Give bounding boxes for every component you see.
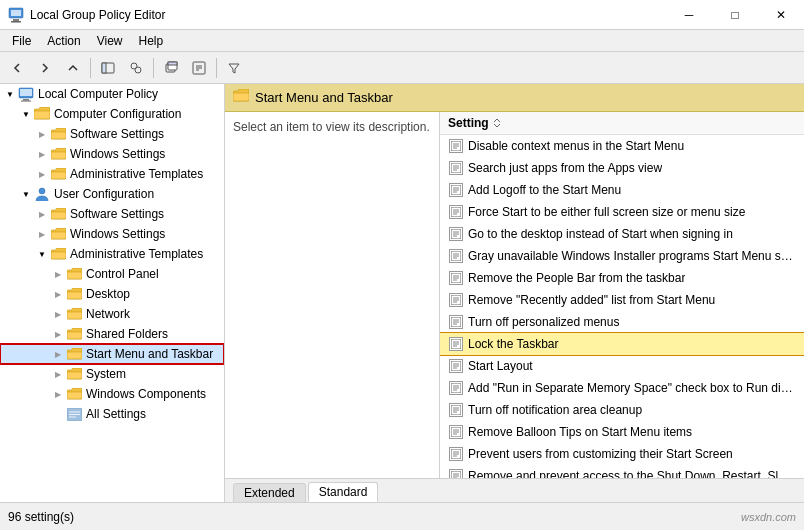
tree-user-configuration[interactable]: ▼ User Configuration [0, 184, 224, 204]
setting-icon [448, 424, 464, 440]
svg-rect-17 [23, 99, 29, 101]
title-bar-controls: ─ □ ✕ [666, 0, 804, 30]
expand-network[interactable]: ▶ [50, 306, 66, 322]
setting-row[interactable]: Lock the Taskbar [440, 333, 804, 355]
tree-windows-components[interactable]: ▶ Windows Components [0, 384, 224, 404]
tree-computer-configuration[interactable]: ▼ Computer Configuration [0, 104, 224, 124]
setting-row[interactable]: Remove the People Bar from the taskbar [440, 267, 804, 289]
tree-software-settings-2[interactable]: ▶ Software Settings [0, 204, 224, 224]
settings-sort[interactable]: Setting [448, 116, 501, 130]
expand-windows-2[interactable]: ▶ [34, 226, 50, 242]
setting-label: Search just apps from the Apps view [468, 161, 662, 175]
expand-admin-1[interactable]: ▶ [34, 166, 50, 182]
expand-shared-folders[interactable]: ▶ [50, 326, 66, 342]
toolbar-properties[interactable] [123, 56, 149, 80]
tab-standard[interactable]: Standard [308, 482, 379, 502]
shared-folders-icon [66, 326, 82, 342]
tree-system[interactable]: ▶ System [0, 364, 224, 384]
admin-templates-2-icon [50, 246, 66, 262]
expand-computer-config[interactable]: ▼ [18, 106, 34, 122]
toolbar-back[interactable] [4, 56, 30, 80]
tab-extended[interactable]: Extended [233, 483, 306, 502]
setting-row[interactable]: Search just apps from the Apps view [440, 157, 804, 179]
start-menu-icon [66, 346, 82, 362]
desktop-label: Desktop [84, 287, 130, 301]
setting-label: Remove the People Bar from the taskbar [468, 271, 685, 285]
expand-windows-1[interactable]: ▶ [34, 146, 50, 162]
toolbar-export[interactable] [186, 56, 212, 80]
expand-start-menu[interactable]: ▶ [50, 346, 66, 362]
setting-icon [448, 314, 464, 330]
tree-desktop[interactable]: ▶ Desktop [0, 284, 224, 304]
setting-label: Turn off personalized menus [468, 315, 619, 329]
menu-file[interactable]: File [4, 32, 39, 50]
menu-bar: File Action View Help [0, 30, 804, 52]
tree-start-menu-taskbar[interactable]: ▶ Start Menu and Taskbar [0, 344, 224, 364]
toolbar-show-hide[interactable] [95, 56, 121, 80]
title-bar-title: Local Group Policy Editor [30, 8, 165, 22]
svg-rect-5 [102, 63, 106, 73]
tree-admin-templates-2[interactable]: ▼ Administrative Templates [0, 244, 224, 264]
setting-row[interactable]: Add Logoff to the Start Menu [440, 179, 804, 201]
setting-row[interactable]: Remove "Recently added" list from Start … [440, 289, 804, 311]
setting-row[interactable]: Remove and prevent access to the Shut Do… [440, 465, 804, 478]
menu-help[interactable]: Help [131, 32, 172, 50]
tree-software-settings-1[interactable]: ▶ Software Settings [0, 124, 224, 144]
system-label: System [84, 367, 126, 381]
tree-windows-settings-2[interactable]: ▶ Windows Settings [0, 224, 224, 244]
setting-row[interactable]: Add "Run in Separate Memory Space" check… [440, 377, 804, 399]
network-icon [66, 306, 82, 322]
tree-admin-templates-1[interactable]: ▶ Administrative Templates [0, 164, 224, 184]
expand-admin-2[interactable]: ▼ [34, 246, 50, 262]
setting-row[interactable]: Go to the desktop instead of Start when … [440, 223, 804, 245]
settings-panel[interactable]: Setting Disable context menus in the Sta… [440, 112, 804, 478]
setting-row[interactable]: Disable context menus in the Start Menu [440, 135, 804, 157]
tree-control-panel[interactable]: ▶ Control Panel [0, 264, 224, 284]
expand-local-computer-policy[interactable]: ▼ [2, 86, 18, 102]
right-header-title: Start Menu and Taskbar [255, 90, 393, 105]
expand-windows-components[interactable]: ▶ [50, 386, 66, 402]
setting-row[interactable]: Start Layout [440, 355, 804, 377]
toolbar-up[interactable] [60, 56, 86, 80]
setting-row[interactable]: Turn off personalized menus [440, 311, 804, 333]
menu-view[interactable]: View [89, 32, 131, 50]
setting-icon [448, 358, 464, 374]
expand-control-panel[interactable]: ▶ [50, 266, 66, 282]
setting-row[interactable]: Gray unavailable Windows Installer progr… [440, 245, 804, 267]
user-config-label: User Configuration [52, 187, 154, 201]
tree-network[interactable]: ▶ Network [0, 304, 224, 324]
close-button[interactable]: ✕ [758, 0, 804, 30]
tree-all-settings[interactable]: ▶ All Settings [0, 404, 224, 424]
svg-point-19 [39, 188, 45, 194]
setting-label: Force Start to be either full screen siz… [468, 205, 745, 219]
settings-header: Setting [440, 112, 804, 135]
setting-label: Lock the Taskbar [468, 337, 559, 351]
setting-icon [448, 204, 464, 220]
setting-label: Start Layout [468, 359, 533, 373]
toolbar-new-window[interactable] [158, 56, 184, 80]
setting-label: Gray unavailable Windows Installer progr… [468, 249, 796, 263]
setting-row[interactable]: Prevent users from customizing their Sta… [440, 443, 804, 465]
expand-desktop[interactable]: ▶ [50, 286, 66, 302]
tree-local-computer-policy[interactable]: ▼ Local Computer Policy [0, 84, 224, 104]
setting-row[interactable]: Force Start to be either full screen siz… [440, 201, 804, 223]
menu-action[interactable]: Action [39, 32, 88, 50]
expand-system[interactable]: ▶ [50, 366, 66, 382]
setting-icon [448, 182, 464, 198]
minimize-button[interactable]: ─ [666, 0, 712, 30]
expand-software-2[interactable]: ▶ [34, 206, 50, 222]
setting-icon [448, 446, 464, 462]
expand-software-1[interactable]: ▶ [34, 126, 50, 142]
setting-row[interactable]: Turn off notification area cleanup [440, 399, 804, 421]
setting-icon [448, 138, 464, 154]
windows-settings-2-icon [50, 226, 66, 242]
toolbar-forward[interactable] [32, 56, 58, 80]
tree-shared-folders[interactable]: ▶ Shared Folders [0, 324, 224, 344]
software-settings-1-icon [50, 126, 66, 142]
maximize-button[interactable]: □ [712, 0, 758, 30]
setting-row[interactable]: Remove Balloon Tips on Start Menu items [440, 421, 804, 443]
expand-user-config[interactable]: ▼ [18, 186, 34, 202]
title-bar: Local Group Policy Editor ─ □ ✕ [0, 0, 804, 30]
toolbar-filter[interactable] [221, 56, 247, 80]
tree-windows-settings-1[interactable]: ▶ Windows Settings [0, 144, 224, 164]
